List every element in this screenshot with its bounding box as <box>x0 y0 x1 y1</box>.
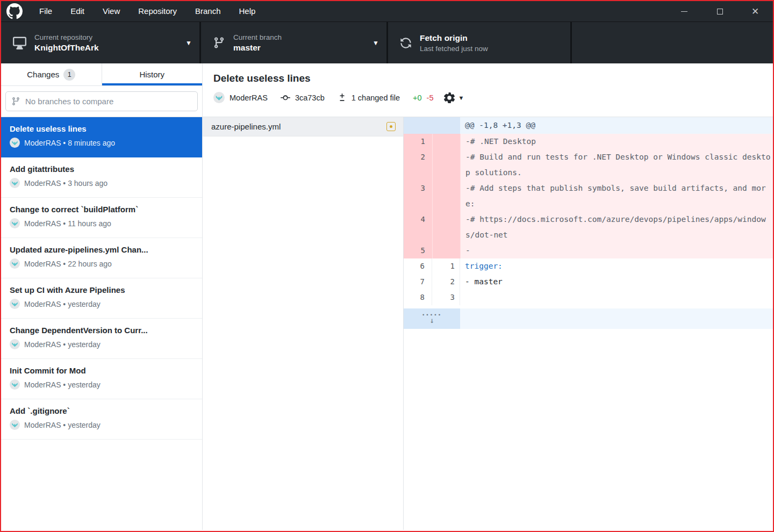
diff-options-button[interactable]: ▼ <box>444 92 464 103</box>
diff-line: 4 -# https://docs.microsoft.com/azure/de… <box>404 212 773 243</box>
tab-changes-label: Changes <box>27 70 59 79</box>
branch-caret-icon: ▼ <box>366 39 379 47</box>
files-changed: 1 changed file <box>352 94 400 102</box>
commit-list: Delete useless lines ModerRAS • 8 minute… <box>1 117 202 530</box>
diff-new-line-number <box>432 149 460 181</box>
fetch-origin-button[interactable]: Fetch origin Last fetched just now <box>388 22 572 63</box>
tab-changes[interactable]: Changes 1 <box>1 63 102 85</box>
diff-line-text: - master <box>460 274 773 290</box>
commit-list-item[interactable]: Init Commit for Mod ModerRAS • yesterday <box>1 359 202 399</box>
diff-line: 8 3 <box>404 290 773 305</box>
menubar: File Edit View Repository Branch Help ✕ <box>1 1 773 21</box>
file-modified-icon <box>386 122 396 131</box>
additions-count: +0 <box>413 94 422 102</box>
commit-item-meta-text: ModerRAS • yesterday <box>24 300 101 308</box>
current-repository-dropdown[interactable]: Current repository KnightOfTheArk ▼ <box>1 22 201 63</box>
commit-item-meta-text: ModerRAS • 11 hours ago <box>24 219 111 228</box>
commit-list-item[interactable]: Set up CI with Azure Pipelines ModerRAS … <box>1 278 202 319</box>
commit-list-item[interactable]: Updated azure-pipelines.yml Chan... Mode… <box>1 238 202 278</box>
commit-list-item[interactable]: Add gitattributes ModerRAS • 3 hours ago <box>1 157 202 198</box>
commit-item-meta: ModerRAS • 3 hours ago <box>10 178 194 188</box>
commit-item-title: Set up CI with Azure Pipelines <box>10 285 194 294</box>
commit-item-meta-text: ModerRAS • yesterday <box>24 380 101 389</box>
diff-line: 7 2 - master <box>404 274 773 290</box>
diff-line-text: -# Build and run tests for .NET Desktop … <box>460 149 773 181</box>
branch-filter-icon <box>11 97 20 106</box>
diff-line: 3 -# Add steps that publish symbols, sav… <box>404 181 773 212</box>
commit-list-item[interactable]: Delete useless lines ModerRAS • 8 minute… <box>1 117 202 157</box>
diff-new-line-number: 1 <box>432 258 460 274</box>
commit-author-avatar <box>10 178 20 188</box>
sidebar-tabs: Changes 1 History <box>1 63 202 86</box>
toolbar: Current repository KnightOfTheArk ▼ Curr… <box>1 21 773 63</box>
commit-author-avatar <box>10 379 20 390</box>
commit-item-title: Change to correct `buildPlatform` <box>10 205 194 214</box>
commit-list-item[interactable]: Change DependentVersion to Curr... Moder… <box>1 319 202 359</box>
toolbar-empty-area <box>572 22 773 63</box>
current-branch-label: Current branch <box>233 33 282 41</box>
menu-edit[interactable]: Edit <box>61 1 94 21</box>
menu-file[interactable]: File <box>30 1 61 21</box>
diff-line: 5 - <box>404 243 773 258</box>
current-branch-dropdown[interactable]: Current branch master ▼ <box>201 22 388 63</box>
commit-list-item[interactable]: Change to correct `buildPlatform` ModerR… <box>1 198 202 238</box>
repository-monitor-icon <box>13 36 26 49</box>
menu-repository[interactable]: Repository <box>129 1 186 21</box>
menu-branch[interactable]: Branch <box>186 1 230 21</box>
branch-icon <box>213 37 225 49</box>
commit-detail-header: Delete useless lines ModerRAS 3ca73cb 1 … <box>203 63 773 117</box>
changed-file-row[interactable]: azure-pipelines.yml <box>203 117 403 136</box>
tab-history[interactable]: History <box>102 63 203 85</box>
current-repository-value: KnightOfTheArk <box>34 43 99 53</box>
branch-compare-input[interactable]: No branches to compare <box>5 91 198 111</box>
current-repository-label: Current repository <box>34 33 99 41</box>
menu-help[interactable]: Help <box>230 1 265 21</box>
diff-new-line-number <box>432 181 460 212</box>
branch-compare-placeholder: No branches to compare <box>25 97 113 106</box>
commit-author-avatar <box>10 138 20 148</box>
expand-down-button[interactable]: ••••• ↓ <box>404 308 460 329</box>
diff-line: 1 -# .NET Desktop <box>404 134 773 149</box>
commit-item-meta-text: ModerRAS • yesterday <box>24 340 101 349</box>
commit-item-title: Add `.gitignore` <box>10 406 194 415</box>
commit-item-meta-text: ModerRAS • 8 minutes ago <box>24 139 115 147</box>
diff-line-text: -# https://docs.microsoft.com/azure/devo… <box>460 212 773 243</box>
commit-item-meta: ModerRAS • yesterday <box>10 420 194 430</box>
close-button[interactable]: ✕ <box>737 1 773 21</box>
diff-new-line-number <box>432 243 460 258</box>
diff-line-text: trigger: <box>460 258 773 274</box>
author-avatar <box>213 92 225 103</box>
minimize-button[interactable] <box>666 1 702 21</box>
changed-file-name: azure-pipelines.yml <box>211 122 386 131</box>
diff-old-line-number: 4 <box>404 212 432 243</box>
commit-item-meta-text: ModerRAS • yesterday <box>24 421 101 429</box>
commit-author-avatar <box>10 258 20 269</box>
diff-old-line-number: 6 <box>404 258 432 274</box>
diff-hunk-header: @@ -1,8 +1,3 @@ <box>404 117 773 134</box>
deletions-count: -5 <box>427 94 434 102</box>
diff-old-line-number: 5 <box>404 243 432 258</box>
github-logo-icon <box>6 3 23 19</box>
commit-item-title: Updated azure-pipelines.yml Chan... <box>10 245 194 254</box>
diff-hunk-text: @@ -1,8 +1,3 @@ <box>460 117 773 134</box>
commit-sha-icon <box>281 93 290 103</box>
commit-sha: 3ca73cb <box>295 94 325 102</box>
commit-item-title: Change DependentVersion to Curr... <box>10 326 194 335</box>
commit-title: Delete useless lines <box>213 73 773 84</box>
diff-expand-filler <box>460 308 773 329</box>
diff-line-text <box>460 290 773 305</box>
close-icon: ✕ <box>751 7 759 16</box>
diff-new-line-number: 2 <box>432 274 460 290</box>
commit-author-avatar <box>10 299 20 309</box>
commit-item-title: Add gitattributes <box>10 164 194 174</box>
diff-hunk-gutter <box>404 117 460 134</box>
diff-line-text: -# Add steps that publish symbols, save … <box>460 181 773 212</box>
commit-list-item[interactable]: Add `.gitignore` ModerRAS • yesterday <box>1 399 202 440</box>
maximize-button[interactable] <box>702 1 737 21</box>
menu-view[interactable]: View <box>94 1 129 21</box>
tab-history-label: History <box>139 70 164 79</box>
commit-item-meta: ModerRAS • yesterday <box>10 339 194 349</box>
commit-item-meta: ModerRAS • 8 minutes ago <box>10 138 194 148</box>
minimize-icon <box>681 11 687 12</box>
commit-item-meta-text: ModerRAS • 22 hours ago <box>24 260 112 268</box>
